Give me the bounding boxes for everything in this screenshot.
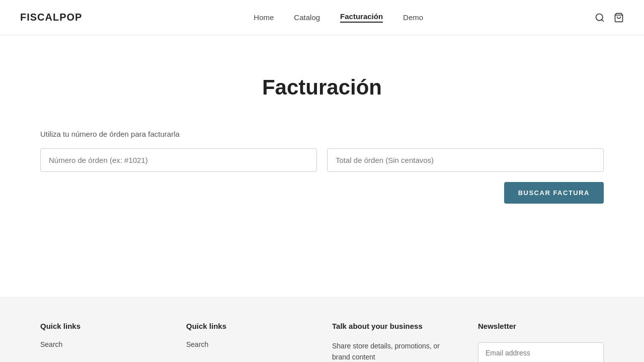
footer-col-1-search-link[interactable]: Search [40, 340, 166, 348]
cart-icon [614, 13, 624, 23]
search-icon [595, 13, 605, 23]
footer-col-2-search-link[interactable]: Search [186, 340, 312, 348]
svg-line-1 [602, 19, 604, 21]
footer-col-3-heading: Talk about your business [332, 322, 458, 330]
footer-col-1: Quick links Search [40, 322, 166, 362]
footer-col-4: Newsletter [478, 322, 604, 362]
newsletter-email-input[interactable] [478, 342, 604, 362]
footer-col-3: Talk about your business Share store det… [332, 322, 458, 362]
footer-col-2: Quick links Search [186, 322, 312, 362]
order-total-input[interactable] [327, 148, 604, 172]
factura-form-row [40, 148, 604, 172]
footer-col-2-heading: Quick links [186, 322, 312, 330]
header-icons [595, 13, 624, 23]
footer-col-3-description: Share store details, promotions, or bran… [332, 340, 458, 362]
footer-col-4-heading: Newsletter [478, 322, 604, 330]
form-subtitle: Utiliza tu número de órden para facturar… [40, 130, 604, 138]
cart-icon-button[interactable] [614, 13, 624, 23]
nav-demo[interactable]: Demo [403, 13, 423, 22]
search-button-row: BUSCAR FACTURA [40, 182, 604, 204]
footer-col-1-heading: Quick links [40, 322, 166, 330]
nav-catalog[interactable]: Catalog [294, 13, 320, 22]
nav-facturacion[interactable]: Facturación [340, 12, 383, 23]
page-title: Facturación [40, 75, 604, 100]
site-footer: Quick links Search Quick links Search Ta… [0, 297, 644, 362]
search-icon-button[interactable] [595, 13, 605, 23]
logo: FISCALPOP [20, 12, 82, 23]
nav-home[interactable]: Home [254, 13, 274, 22]
main-nav: Home Catalog Facturación Demo [254, 12, 423, 23]
footer-grid: Quick links Search Quick links Search Ta… [40, 322, 604, 362]
buscar-factura-button[interactable]: BUSCAR FACTURA [504, 182, 604, 204]
order-number-input[interactable] [40, 148, 317, 172]
